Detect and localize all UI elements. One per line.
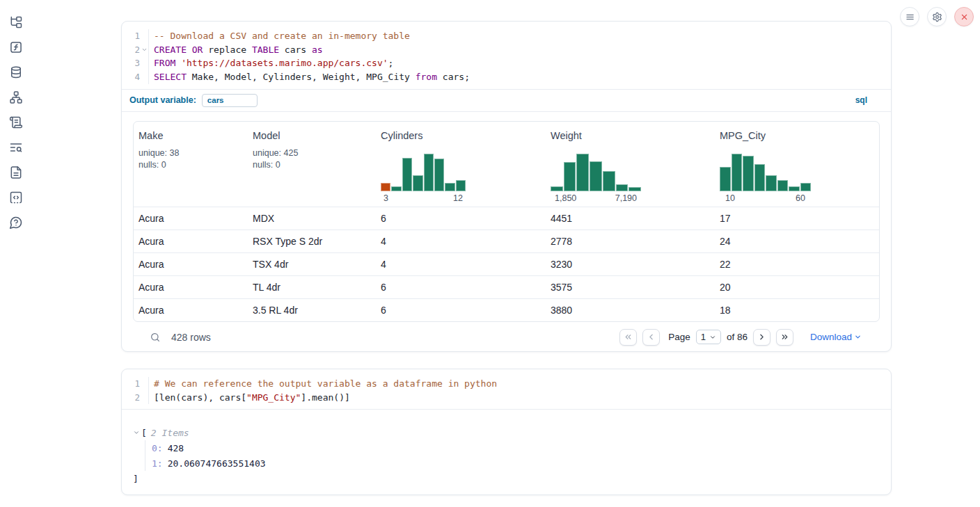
gutter-spacer	[140, 56, 149, 70]
sidebar	[0, 0, 32, 507]
histogram-bar	[424, 154, 434, 191]
menu-button[interactable]	[900, 7, 919, 26]
collapse-chevron-icon[interactable]	[133, 429, 141, 436]
table-cell: 18	[715, 305, 879, 316]
sidebar-button-documentation[interactable]	[9, 166, 23, 179]
row-count-label: 428 rows	[171, 332, 211, 343]
database-icon	[9, 65, 23, 79]
shutdown-button[interactable]	[954, 7, 974, 26]
line-number: 2	[122, 43, 140, 57]
histogram-bar	[590, 161, 602, 191]
tree-root-line: [ 2 Items	[133, 425, 891, 440]
scroll-icon	[9, 115, 23, 129]
code-text: FROM 'https://datasets.marimo.app/cars.c…	[149, 56, 393, 70]
table-cell: Acura	[134, 236, 248, 247]
table-cell: 6	[376, 282, 546, 293]
histogram-bar	[391, 186, 401, 191]
table-cell: 4451	[546, 213, 715, 224]
language-badge[interactable]: sql	[855, 95, 867, 105]
token-kw: TABLE	[252, 45, 279, 55]
table-cell: 2778	[546, 236, 715, 247]
histogram-bar	[576, 154, 589, 191]
column-histogram: 1060	[720, 152, 811, 203]
table-cell: TSX 4dr	[248, 259, 376, 270]
token-pl: Make, Model, Cylinders, Weight, MPG_City	[187, 72, 416, 82]
histogram-bars	[720, 152, 811, 191]
chevrons-right-icon	[780, 332, 789, 341]
column-header-Make[interactable]: Makeunique: 38nulls: 0	[134, 122, 248, 207]
sidebar-button-logs[interactable]	[9, 115, 23, 129]
table-cell: Acura	[134, 259, 248, 270]
fold-chevron-icon[interactable]	[140, 43, 149, 57]
sql-code-editor[interactable]: 1-- Download a CSV and create an in-memo…	[122, 22, 891, 89]
histogram-bar	[789, 186, 800, 191]
table-row: AcuraMDX6445117	[134, 207, 879, 230]
python-code-editor[interactable]: 1# We can reference the output variable …	[122, 369, 891, 409]
histogram-axis-labels: 312	[381, 193, 466, 203]
sidebar-button-dependency-graph[interactable]	[9, 90, 23, 104]
line-number: 1	[122, 377, 140, 391]
code-line: 3FROM 'https://datasets.marimo.app/cars.…	[122, 56, 891, 70]
table-cell: Acura	[134, 305, 248, 316]
histogram-bar	[616, 184, 629, 191]
column-header-Weight[interactable]: Weight1,8507,190	[546, 122, 715, 207]
code-line: 4SELECT Make, Model, Cylinders, Weight, …	[122, 70, 891, 84]
axis-max-label: 7,190	[615, 193, 637, 203]
column-header-Cylinders[interactable]: Cylinders312	[376, 122, 546, 207]
code-text: SELECT Make, Model, Cylinders, Weight, M…	[149, 70, 470, 84]
table-row: AcuraRSX Type S 2dr4277824	[134, 230, 879, 252]
table-cell: 6	[376, 305, 546, 316]
token-pl: ].mean()]	[301, 392, 349, 403]
axis-min-label: 3	[384, 193, 388, 203]
histogram-axis-labels: 1,8507,190	[551, 193, 641, 203]
gutter-spacer	[140, 391, 149, 405]
page-select-value: 1	[701, 332, 706, 342]
histogram-bar	[456, 180, 466, 191]
code-snippets-icon	[9, 191, 23, 204]
output-variable-input[interactable]	[202, 94, 258, 107]
item-value: 20.060747663551403	[168, 458, 266, 469]
next-page-button[interactable]	[753, 329, 770, 346]
column-name: Weight	[551, 130, 709, 141]
gear-icon	[932, 12, 942, 22]
file-text-icon	[9, 166, 23, 179]
sidebar-button-variables[interactable]	[9, 40, 23, 54]
histogram-bar	[777, 180, 789, 191]
close-icon	[959, 12, 970, 22]
sidebar-button-scratchpad-search[interactable]	[9, 140, 23, 154]
chevrons-left-icon	[624, 332, 633, 341]
column-histogram: 1,8507,190	[551, 152, 641, 203]
table-row: AcuraTL 4dr6357520	[134, 275, 879, 298]
column-stats: unique: 425nulls: 0	[253, 147, 370, 171]
histogram-bar	[434, 159, 444, 191]
token-kw: from	[416, 72, 437, 82]
histogram-bars	[381, 152, 466, 191]
histogram-bar	[445, 183, 455, 191]
sidebar-button-snippets[interactable]	[9, 191, 23, 204]
code-text: [len(cars), cars["MPG_City"].mean()]	[149, 391, 350, 405]
download-button[interactable]: Download	[810, 332, 862, 342]
sidebar-button-data-sources[interactable]	[9, 65, 23, 79]
token-kw: OR	[192, 45, 203, 55]
settings-button[interactable]	[927, 7, 947, 26]
chevron-down-icon	[709, 334, 716, 341]
column-stats: unique: 38nulls: 0	[139, 147, 242, 171]
histogram-bar	[564, 162, 576, 191]
search-icon[interactable]	[150, 332, 161, 343]
histogram-bar	[381, 183, 390, 191]
column-header-MPG_City[interactable]: MPG_City1060	[715, 122, 879, 207]
first-page-button[interactable]	[619, 329, 637, 346]
table-cell: 24	[715, 236, 879, 247]
token-str: "MPG_City"	[246, 392, 301, 403]
table-body: AcuraMDX6445117AcuraRSX Type S 2dr427782…	[134, 207, 879, 321]
column-header-Model[interactable]: Modelunique: 425nulls: 0	[248, 122, 376, 207]
sidebar-button-help[interactable]	[9, 216, 23, 230]
page-select[interactable]: 1	[696, 330, 721, 344]
sql-output-section: Makeunique: 38nulls: 0Modelunique: 425nu…	[122, 112, 891, 353]
sidebar-button-file-explorer[interactable]	[9, 15, 23, 29]
last-page-button[interactable]	[776, 329, 793, 346]
item-value: 428	[168, 443, 184, 453]
token-pl	[187, 45, 192, 55]
histogram-bar	[766, 175, 777, 191]
previous-page-button[interactable]	[642, 329, 660, 346]
